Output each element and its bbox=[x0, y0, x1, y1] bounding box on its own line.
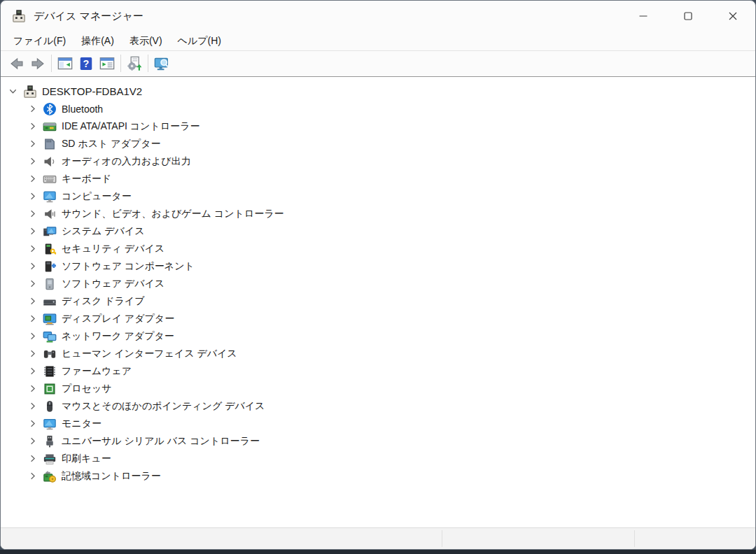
chevron-right-icon[interactable] bbox=[24, 120, 40, 133]
menu-view[interactable]: 表示(V) bbox=[122, 33, 170, 50]
tree-item[interactable]: オーディオの入力および出力 bbox=[1, 152, 755, 170]
minimize-button[interactable] bbox=[621, 1, 666, 31]
toolbar-forward-button[interactable] bbox=[27, 53, 48, 73]
tree-item[interactable]: ディスク ドライブ bbox=[1, 292, 755, 310]
chevron-right-icon[interactable] bbox=[24, 243, 40, 255]
chevron-right-icon[interactable] bbox=[24, 138, 40, 150]
chevron-right-icon[interactable] bbox=[24, 295, 40, 308]
software-device-icon bbox=[43, 277, 57, 291]
chevron-right-icon[interactable] bbox=[24, 155, 40, 168]
close-button[interactable] bbox=[710, 1, 755, 31]
computer-monitor-icon bbox=[43, 190, 57, 204]
chevron-right-icon[interactable] bbox=[24, 313, 40, 325]
toolbar-properties-button[interactable] bbox=[97, 53, 118, 73]
device-tree: DESKTOP-FDBA1V2BluetoothIDE ATA/ATAPI コン… bbox=[1, 77, 755, 527]
chevron-right-icon[interactable] bbox=[24, 400, 40, 413]
tree-item-label: ネットワーク アダプター bbox=[62, 330, 174, 343]
tree-item[interactable]: ユニバーサル シリアル バス コントローラー bbox=[1, 432, 755, 450]
monitor-search-icon bbox=[154, 56, 169, 71]
toolbar-help-button[interactable]: ? bbox=[76, 53, 97, 73]
chevron-right-icon[interactable] bbox=[24, 225, 40, 238]
menu-help[interactable]: ヘルプ(H) bbox=[170, 33, 229, 50]
ide-controller-icon bbox=[43, 120, 57, 134]
monitor-icon bbox=[43, 417, 57, 431]
keyboard-icon bbox=[43, 172, 57, 186]
toolbar-back-button[interactable] bbox=[6, 53, 27, 73]
tree-item[interactable]: マウスとそのほかのポインティング デバイス bbox=[1, 397, 755, 415]
toolbar: ? bbox=[1, 50, 755, 77]
chevron-right-icon[interactable] bbox=[24, 453, 40, 465]
chevron-right-icon[interactable] bbox=[24, 418, 40, 430]
device-manager-window: デバイス マネージャー ファイル(F) 操作(A) 表示(V) ヘルプ(H) ?… bbox=[0, 0, 756, 550]
computer-device-icon bbox=[23, 85, 37, 99]
sound-controller-icon bbox=[43, 207, 57, 221]
tree-item-label: DESKTOP-FDBA1V2 bbox=[42, 85, 142, 97]
tree-item[interactable]: 印刷キュー bbox=[1, 450, 755, 467]
network-adapter-icon bbox=[43, 329, 57, 343]
tree-item[interactable]: IDE ATA/ATAPI コントローラー bbox=[1, 118, 755, 135]
tree-item[interactable]: ヒューマン インターフェイス デバイス bbox=[1, 345, 755, 362]
tree-item[interactable]: ソフトウェア デバイス bbox=[1, 275, 755, 292]
processor-icon bbox=[43, 382, 57, 396]
menu-action[interactable]: 操作(A) bbox=[74, 33, 122, 50]
chevron-right-icon[interactable] bbox=[24, 173, 40, 185]
chevron-right-icon[interactable] bbox=[24, 330, 40, 343]
tree-item[interactable]: ファームウェア bbox=[1, 362, 755, 380]
status-bar bbox=[1, 527, 755, 549]
firmware-icon bbox=[43, 364, 57, 378]
toolbar-scan-for-hardware-changes-button[interactable] bbox=[124, 53, 145, 73]
window-controls bbox=[621, 1, 755, 31]
tree-root-item[interactable]: DESKTOP-FDBA1V2 bbox=[1, 83, 755, 100]
tree-item-label: ユニバーサル シリアル バス コントローラー bbox=[62, 435, 260, 448]
window-list-icon bbox=[99, 56, 115, 71]
tree-item[interactable]: コンピューター bbox=[1, 187, 755, 205]
tree-item-label: ディスプレイ アダプター bbox=[62, 313, 174, 325]
usb-controller-icon bbox=[43, 434, 57, 448]
menu-file[interactable]: ファイル(F) bbox=[6, 33, 74, 50]
chevron-right-icon[interactable] bbox=[24, 190, 40, 203]
tree-item-label: マウスとそのほかのポインティング デバイス bbox=[62, 400, 265, 413]
tree-item[interactable]: サウンド、ビデオ、およびゲーム コントローラー bbox=[1, 205, 755, 222]
tree-item[interactable]: ソフトウェア コンポーネント bbox=[1, 257, 755, 275]
maximize-button[interactable] bbox=[666, 1, 710, 31]
hid-icon bbox=[43, 347, 57, 361]
chevron-right-icon[interactable] bbox=[24, 383, 40, 395]
tree-item-label: サウンド、ビデオ、およびゲーム コントローラー bbox=[62, 208, 284, 220]
tree-item[interactable]: Bluetooth bbox=[1, 100, 755, 118]
print-queue-icon bbox=[43, 452, 57, 466]
tree-item[interactable]: プロセッサ bbox=[1, 380, 755, 397]
tree-item-label: コンピューター bbox=[62, 190, 132, 203]
sd-card-icon bbox=[43, 137, 57, 151]
tree-item-label: システム デバイス bbox=[62, 225, 145, 238]
display-adapter-icon bbox=[43, 312, 57, 326]
chevron-right-icon[interactable] bbox=[24, 365, 40, 378]
chevron-right-icon[interactable] bbox=[24, 260, 40, 273]
toolbar-show-hide-console-tree-button[interactable] bbox=[55, 53, 76, 73]
tree-item[interactable]: SD ホスト アダプター bbox=[1, 135, 755, 152]
tree-item[interactable]: ディスプレイ アダプター bbox=[1, 310, 755, 327]
tree-item-label: SD ホスト アダプター bbox=[62, 138, 161, 150]
tree-item[interactable]: セキュリティ デバイス bbox=[1, 240, 755, 257]
toolbar-device-search-button[interactable] bbox=[151, 53, 172, 73]
tree-item[interactable]: 記憶域コントローラー bbox=[1, 467, 755, 485]
scan-hardware-icon bbox=[127, 56, 142, 71]
audio-io-icon bbox=[43, 155, 57, 169]
tree-item[interactable]: ネットワーク アダプター bbox=[1, 327, 755, 345]
tree-item[interactable]: モニター bbox=[1, 415, 755, 432]
arrow-right-icon bbox=[30, 56, 46, 71]
chevron-down-icon[interactable] bbox=[5, 85, 20, 98]
chevron-right-icon[interactable] bbox=[24, 103, 40, 115]
help-icon: ? bbox=[78, 56, 94, 71]
tree-item-label: ファームウェア bbox=[62, 365, 132, 378]
chevron-right-icon[interactable] bbox=[24, 278, 40, 290]
tree-item-label: モニター bbox=[62, 418, 102, 430]
tree-item[interactable]: キーボード bbox=[1, 170, 755, 187]
tree-item[interactable]: システム デバイス bbox=[1, 222, 755, 240]
bluetooth-icon bbox=[43, 102, 57, 116]
tree-item-label: ヒューマン インターフェイス デバイス bbox=[62, 348, 237, 360]
chevron-right-icon[interactable] bbox=[24, 348, 40, 360]
chevron-right-icon[interactable] bbox=[24, 470, 40, 483]
status-separator bbox=[634, 530, 635, 547]
chevron-right-icon[interactable] bbox=[24, 208, 40, 220]
chevron-right-icon[interactable] bbox=[24, 435, 40, 448]
